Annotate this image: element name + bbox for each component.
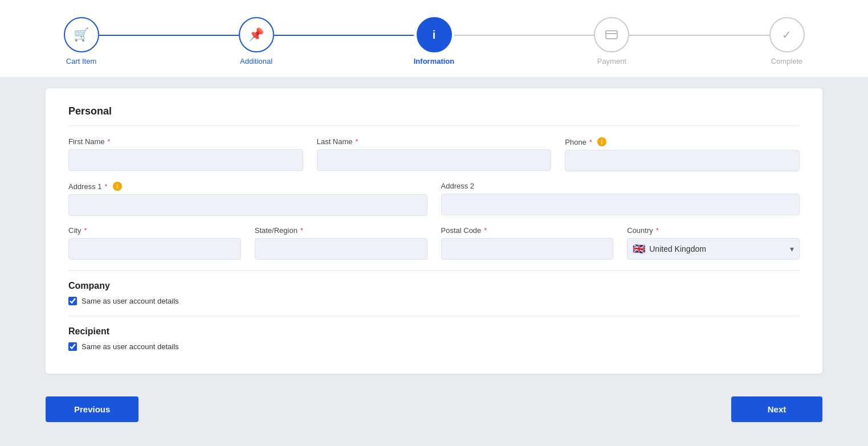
form-group-address2: Address 2 xyxy=(441,182,800,216)
footer-bar: Previous Next xyxy=(0,385,868,433)
step-label-payment: Payment xyxy=(597,57,626,66)
divider-recipient xyxy=(68,316,800,316)
state-required: * xyxy=(300,226,303,235)
step-line-4 xyxy=(629,35,769,36)
form-group-address1: Address 1 * i xyxy=(68,182,427,216)
city-required: * xyxy=(84,226,87,235)
section-company-title: Company xyxy=(68,281,800,291)
address1-info-icon[interactable]: i xyxy=(113,182,122,191)
section-recipient-title: Recipient xyxy=(68,326,800,337)
form-group-postal: Postal Code * xyxy=(441,226,614,260)
step-label-cart-item: Cart Item xyxy=(66,57,96,66)
section-personal-title: Personal xyxy=(68,105,800,126)
postal-label: Postal Code * xyxy=(441,226,614,235)
phone-required: * xyxy=(589,138,592,146)
previous-button[interactable]: Previous xyxy=(46,396,138,422)
state-input[interactable] xyxy=(255,238,427,260)
company-checkbox-label[interactable]: Same as user account details xyxy=(81,297,179,305)
last-name-label: Last Name * xyxy=(317,137,552,146)
form-row-address: Address 1 * i Address 2 xyxy=(68,182,800,216)
step-additional[interactable]: 📌 Additional xyxy=(239,17,274,66)
form-group-last-name: Last Name * xyxy=(317,137,552,171)
country-label: Country * xyxy=(627,226,800,235)
postal-required: * xyxy=(484,226,487,235)
recipient-same-checkbox[interactable] xyxy=(68,342,77,351)
form-group-first-name: First Name * xyxy=(68,137,303,171)
country-select[interactable]: United Kingdom United States Canada Aust… xyxy=(627,238,800,260)
step-complete[interactable]: ✓ Complete xyxy=(769,17,805,66)
address2-label: Address 2 xyxy=(441,182,800,190)
form-group-city: City * xyxy=(68,226,241,260)
step-payment[interactable]: Payment xyxy=(594,17,629,66)
company-checkbox-row: Same as user account details xyxy=(68,297,800,305)
step-line-3 xyxy=(454,35,594,36)
phone-info-icon[interactable]: i xyxy=(597,137,606,146)
phone-label: Phone * i xyxy=(565,137,800,146)
last-name-required: * xyxy=(356,137,358,146)
step-information[interactable]: i Information xyxy=(414,17,455,66)
state-label: State/Region * xyxy=(255,226,427,235)
step-line-2 xyxy=(274,35,414,36)
address1-input[interactable] xyxy=(68,194,427,216)
address2-input[interactable] xyxy=(441,194,800,215)
last-name-input[interactable] xyxy=(317,149,552,171)
form-group-phone: Phone * i xyxy=(565,137,800,171)
step-circle-payment xyxy=(594,17,629,52)
address1-required: * xyxy=(105,182,108,191)
step-circle-complete: ✓ xyxy=(769,17,805,52)
step-cart-item[interactable]: 🛒 Cart Item xyxy=(64,17,99,66)
svg-rect-0 xyxy=(606,31,617,39)
next-button[interactable]: Next xyxy=(731,396,822,422)
recipient-checkbox-label[interactable]: Same as user account details xyxy=(81,342,179,351)
form-group-country: Country * 🇬🇧 United Kingdom United State… xyxy=(627,226,800,260)
stepper: 🛒 Cart Item 📌 Additional i Information P… xyxy=(64,17,805,66)
step-label-additional: Additional xyxy=(240,57,272,66)
phone-input[interactable] xyxy=(565,150,800,171)
step-circle-cart-item: 🛒 xyxy=(64,17,99,52)
first-name-input[interactable] xyxy=(68,149,303,171)
first-name-label: First Name * xyxy=(68,137,303,146)
step-label-information: Information xyxy=(414,57,455,66)
city-label: City * xyxy=(68,226,241,235)
company-same-checkbox[interactable] xyxy=(68,297,77,305)
stepper-wrapper: 🛒 Cart Item 📌 Additional i Information P… xyxy=(0,0,868,77)
form-row-city-country: City * State/Region * Postal Code * Coun… xyxy=(68,226,800,260)
country-required: * xyxy=(656,226,659,235)
step-label-complete: Complete xyxy=(771,57,803,66)
first-name-required: * xyxy=(108,137,111,146)
step-circle-additional: 📌 xyxy=(239,17,274,52)
city-input[interactable] xyxy=(68,238,241,260)
address1-label: Address 1 * i xyxy=(68,182,427,191)
postal-input[interactable] xyxy=(441,238,614,260)
form-row-name-phone: First Name * Last Name * Phone * i xyxy=(68,137,800,171)
step-circle-information: i xyxy=(417,17,452,52)
form-group-state: State/Region * xyxy=(255,226,427,260)
recipient-checkbox-row: Same as user account details xyxy=(68,342,800,351)
form-card: Personal First Name * Last Name * Phone … xyxy=(46,88,822,374)
step-line-1 xyxy=(99,35,239,36)
country-select-wrapper: 🇬🇧 United Kingdom United States Canada A… xyxy=(627,238,800,260)
divider-company xyxy=(68,270,800,271)
